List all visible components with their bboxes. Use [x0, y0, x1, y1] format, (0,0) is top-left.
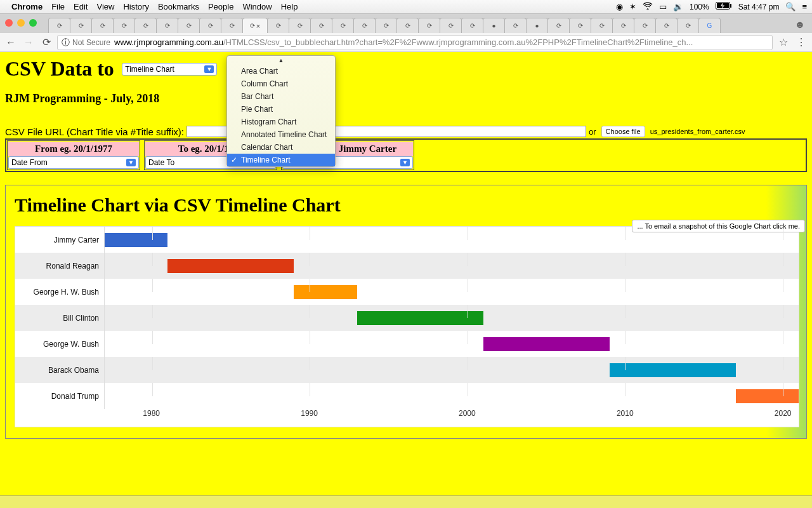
menu-file[interactable]: File — [51, 2, 65, 11]
menu-view[interactable]: View — [96, 2, 114, 11]
volume-icon[interactable]: 🔉 — [673, 2, 683, 11]
browser-tab[interactable]: ⟳ — [70, 18, 92, 33]
scroll-up-icon[interactable]: ▲ — [227, 56, 335, 65]
menu-edit[interactable]: Edit — [74, 2, 88, 11]
menu-help[interactable]: Help — [281, 2, 298, 11]
gridline — [468, 227, 468, 240]
close-window[interactable] — [5, 19, 13, 27]
timeline-bar[interactable] — [357, 311, 483, 325]
browser-tab[interactable]: ⟳ — [375, 18, 397, 33]
browser-tab[interactable]: ⟳ — [461, 18, 483, 33]
url-path: /HTMLCSS/csv_to_bubblechart.htm?chart=%2… — [223, 37, 693, 47]
menu-people[interactable]: People — [208, 2, 233, 11]
chart-type-select[interactable]: Timeline Chart ▼ — [122, 63, 217, 76]
browser-tab[interactable]: ⟳ — [440, 18, 462, 33]
column-type-select[interactable]: Date From▼ — [8, 156, 139, 169]
address-bar[interactable]: ⓘ Not Secure www.rjmprogramming.com.au /… — [57, 35, 773, 50]
bookmark-star-icon[interactable]: ☆ — [776, 36, 790, 50]
column-mapping-table: From eg. 20/1/1977 Date From▼To eg. 20/1… — [5, 138, 807, 172]
browser-tab[interactable]: ⟳ — [353, 18, 376, 33]
gridline — [152, 279, 153, 292]
browser-tab[interactable]: ⟳ — [612, 18, 634, 33]
mac-dock[interactable] — [0, 495, 812, 508]
menu-bookmarks[interactable]: Bookmarks — [158, 2, 199, 11]
browser-tab[interactable]: ⟳ — [418, 18, 440, 33]
browser-tab[interactable]: ⟳ — [569, 18, 591, 33]
browser-tab[interactable]: ⟳ — [332, 18, 354, 33]
dropdown-option[interactable]: Calendar Chart — [227, 141, 335, 154]
timeline-bar[interactable] — [483, 337, 610, 351]
chrome-tabstrip: ⟳ ⟳ ⟳ ⟳ ⟳ ⟳ ⟳ ⟳ ⟳ ⟳× ⟳ ⟳ ⟳ ⟳ ⟳ ⟳ ⟳ ⟳ ⟳ ⟳… — [0, 14, 812, 33]
gridline — [468, 357, 468, 370]
choose-file-button[interactable]: Choose file — [601, 126, 645, 137]
chrome-menu-icon[interactable]: ⋮ — [794, 36, 808, 50]
browser-tab-active[interactable]: ⟳× — [242, 18, 268, 33]
wifi-icon[interactable] — [643, 2, 653, 11]
menu-history[interactable]: History — [123, 2, 148, 11]
dropdown-option[interactable]: Timeline Chart — [227, 154, 335, 166]
timeline-bar[interactable] — [167, 259, 294, 273]
column-config-cell: From eg. 20/1/1977 Date From▼ — [7, 140, 140, 170]
av-icon[interactable]: ✶ — [629, 2, 636, 11]
axis-tick: 2000 — [459, 409, 476, 418]
back-button[interactable]: ← — [4, 36, 18, 50]
timeline-row: George H. W. Bush — [15, 279, 799, 305]
timeline-bar[interactable] — [294, 285, 357, 299]
dropdown-option[interactable]: Annotated Timeline Chart — [227, 128, 335, 141]
browser-tab[interactable]: ⟳ — [310, 18, 332, 33]
browser-tab[interactable]: ⟳ — [134, 18, 157, 33]
browser-tab[interactable]: ⟳ — [199, 18, 221, 33]
dropdown-option[interactable]: Pie Chart — [227, 103, 335, 116]
browser-tab[interactable]: ⟳ — [156, 18, 178, 33]
app-name[interactable]: Chrome — [11, 2, 43, 11]
timeline-row: Bill Clinton — [15, 305, 799, 331]
clock[interactable]: Sat 4:47 pm — [738, 3, 780, 11]
browser-tab[interactable]: ⟳ — [267, 18, 289, 33]
timeline-bar[interactable] — [105, 233, 167, 247]
minimize-window[interactable] — [17, 19, 25, 27]
menu-window[interactable]: Window — [242, 2, 272, 11]
battery-icon[interactable] — [716, 2, 732, 11]
browser-tab[interactable]: ⟳ — [178, 18, 200, 33]
dropdown-option[interactable]: Area Chart — [227, 65, 335, 77]
dropdown-option[interactable]: Bar Chart — [227, 90, 335, 103]
gridline — [310, 305, 310, 318]
browser-tab[interactable]: ⟳ — [396, 18, 419, 33]
browser-tab[interactable]: ● — [526, 18, 548, 33]
x-axis: 19801990200020102020 — [104, 409, 799, 427]
browser-tab[interactable]: ⟳ — [91, 18, 114, 33]
browser-tab[interactable]: ⟳ — [547, 18, 570, 33]
gridline — [152, 305, 153, 318]
browser-tab[interactable]: ⟳ — [655, 18, 678, 33]
timeline-bar[interactable] — [610, 363, 736, 377]
browser-tab[interactable]: ⟳ — [221, 18, 243, 33]
menu-icon[interactable]: ≡ — [802, 2, 807, 11]
browser-tab[interactable]: ⟳ — [113, 18, 135, 33]
dropdown-option[interactable]: Histogram Chart — [227, 116, 335, 128]
timeline-row: Donald Trump — [15, 383, 799, 409]
browser-tab[interactable]: ⟳ — [634, 18, 656, 33]
reload-button[interactable]: ⟳ — [39, 36, 53, 50]
browser-tab[interactable]: ⟳ — [504, 18, 527, 33]
record-icon[interactable]: ◉ — [616, 2, 623, 11]
browser-tab[interactable]: G — [698, 18, 721, 33]
gridline — [625, 253, 626, 266]
gridline — [468, 279, 468, 292]
browser-tab[interactable]: ⟳ — [289, 18, 311, 33]
timeline-bar[interactable] — [736, 389, 799, 403]
dropdown-option[interactable]: Column Chart — [227, 77, 335, 90]
browser-tab[interactable]: ● — [483, 18, 505, 33]
spotlight-icon[interactable]: 🔍 — [785, 2, 796, 11]
row-track — [104, 357, 799, 383]
chevron-down-icon: ▼ — [400, 159, 410, 166]
row-track — [104, 331, 799, 357]
chart-type-dropdown: ▲ Area ChartColumn ChartBar ChartPie Cha… — [226, 55, 336, 167]
chrome-profile-icon[interactable]: ☻ — [792, 17, 808, 33]
forward-button[interactable]: → — [22, 36, 36, 50]
browser-tab[interactable]: ⟳ — [48, 18, 70, 33]
chevron-down-icon: ▼ — [204, 65, 214, 73]
zoom-window[interactable] — [29, 19, 37, 27]
browser-tab[interactable]: ⟳ — [677, 18, 699, 33]
browser-tab[interactable]: ⟳ — [591, 18, 613, 33]
display-icon[interactable]: ▭ — [659, 2, 667, 11]
